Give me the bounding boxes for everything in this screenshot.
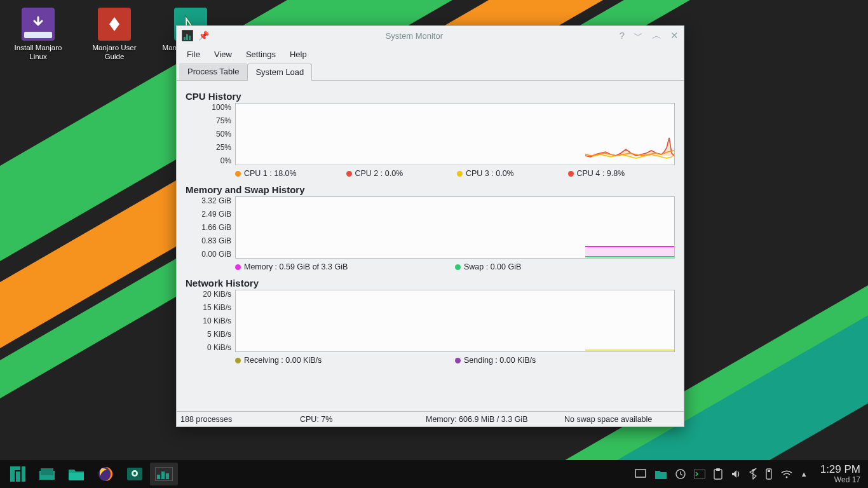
legend-label: Memory : 0.59 GiB of 3.3 GiB — [244, 262, 348, 271]
ytick: 20 KiB/s — [186, 290, 231, 299]
svg-rect-10 — [69, 473, 84, 480]
memory-history-title: Memory and Swap History — [186, 184, 675, 195]
svg-point-14 — [133, 472, 136, 475]
tray-expand-icon[interactable]: ▲ — [801, 470, 808, 478]
svg-point-22 — [785, 477, 787, 478]
network-history-title: Network History — [186, 278, 675, 288]
monitor-icon — [155, 467, 173, 481]
ytick: 100% — [186, 103, 231, 112]
close-icon[interactable]: ✕ — [670, 30, 679, 42]
usb-tray-icon[interactable] — [765, 468, 773, 480]
status-swap: No swap space available — [564, 415, 680, 424]
svg-rect-15 — [635, 470, 646, 477]
volume-tray-icon[interactable] — [731, 469, 741, 479]
legend-label: CPU 2 : 0.0% — [355, 169, 403, 178]
taskbar-clock[interactable]: 1:29 PM Wed 17 — [814, 464, 864, 484]
network-history-chart: 20 KiB/s 15 KiB/s 10 KiB/s 5 KiB/s 0 KiB… — [186, 290, 675, 352]
terminal-tray-icon[interactable] — [694, 470, 705, 478]
dot-icon — [455, 264, 461, 270]
ytick: 1.66 GiB — [186, 223, 231, 232]
bluetooth-tray-icon[interactable] — [749, 468, 757, 480]
ytick: 0.00 GiB — [186, 250, 231, 259]
taskbar: ▲ 1:29 PM Wed 17 — [0, 460, 868, 488]
ytick: 0% — [186, 156, 231, 165]
svg-rect-9 — [41, 468, 53, 475]
menu-view[interactable]: View — [208, 47, 238, 62]
status-processes: 188 processes — [180, 415, 288, 424]
ytick: 5 KiB/s — [186, 330, 231, 339]
app-launcher[interactable] — [4, 463, 32, 485]
dot-icon — [235, 171, 241, 177]
settings-icon — [126, 467, 143, 481]
taskbar-file-manager[interactable] — [62, 463, 90, 485]
desktop-icon-user-guide[interactable]: Manjaro User Guide — [83, 8, 146, 62]
ytick: 50% — [186, 130, 231, 139]
menu-settings[interactable]: Settings — [240, 47, 282, 62]
menu-help[interactable]: Help — [283, 47, 313, 62]
wifi-tray-icon[interactable] — [781, 470, 792, 478]
tabs: Process Table System Load — [177, 63, 684, 81]
legend-label: CPU 3 : 0.0% — [466, 169, 514, 178]
dot-icon — [568, 171, 574, 177]
ytick: 2.49 GiB — [186, 210, 231, 219]
dot-icon — [457, 171, 463, 177]
ytick: 10 KiB/s — [186, 316, 231, 325]
ytick: 0.83 GiB — [186, 236, 231, 245]
minimize-icon[interactable]: ﹀ — [634, 30, 643, 42]
display-tray-icon[interactable] — [635, 468, 646, 480]
update-tray-icon[interactable] — [675, 469, 686, 479]
desktop-icon — [39, 468, 55, 480]
dot-icon — [455, 358, 461, 363]
menubar: File View Settings Help — [177, 45, 684, 63]
statusbar: 188 processes CPU: 7% Memory: 606.9 MiB … — [177, 411, 684, 426]
network-legend: Receiving : 0.00 KiB/s Sending : 0.00 Ki… — [235, 356, 675, 365]
legend-label: CPU 4 : 9.8% — [577, 169, 625, 178]
folder-tray-icon[interactable] — [654, 468, 667, 480]
show-desktop[interactable] — [33, 463, 61, 485]
help-icon[interactable]: ? — [620, 30, 625, 42]
cpu-history-chart: 100% 75% 50% 25% 0% — [186, 103, 675, 165]
svg-rect-6 — [22, 466, 25, 482]
svg-rect-7 — [10, 466, 20, 470]
svg-rect-0 — [585, 247, 674, 257]
svg-rect-17 — [694, 470, 705, 478]
system-load-panel: CPU History 100% 75% 50% 25% 0% CPU 1 : … — [177, 81, 684, 411]
taskbar-settings[interactable] — [121, 463, 149, 485]
system-monitor-window: 📌 System Monitor ? ﹀ ︿ ✕ File View Setti… — [176, 25, 684, 427]
ytick: 3.32 GiB — [186, 196, 231, 205]
pdf-icon — [98, 8, 131, 41]
window-title: System Monitor — [209, 31, 620, 41]
dot-icon — [346, 171, 352, 177]
tab-process-table[interactable]: Process Table — [179, 63, 247, 80]
clock-time: 1:29 PM — [820, 464, 860, 476]
clock-date: Wed 17 — [820, 476, 860, 484]
status-cpu: CPU: 7% — [300, 415, 414, 424]
desktop-icon-install-manjaro[interactable]: Install Manjaro Linux — [6, 8, 70, 62]
memory-history-chart: 3.32 GiB 2.49 GiB 1.66 GiB 0.83 GiB 0.00… — [186, 196, 675, 259]
manjaro-logo-icon — [10, 466, 26, 482]
svg-rect-18 — [714, 470, 722, 479]
menu-file[interactable]: File — [180, 47, 207, 62]
ytick: 15 KiB/s — [186, 303, 231, 312]
ytick: 0 KiB/s — [186, 343, 231, 352]
titlebar[interactable]: 📌 System Monitor ? ﹀ ︿ ✕ — [177, 26, 684, 45]
status-memory: Memory: 606.9 MiB / 3.3 GiB — [426, 415, 553, 424]
memory-legend: Memory : 0.59 GiB of 3.3 GiB Swap : 0.00… — [235, 262, 675, 271]
svg-rect-5 — [16, 471, 20, 482]
maximize-icon[interactable]: ︿ — [652, 30, 661, 42]
clipboard-tray-icon[interactable] — [714, 468, 722, 480]
ytick: 75% — [186, 116, 231, 125]
dot-icon — [235, 358, 241, 363]
svg-rect-21 — [768, 470, 770, 472]
dot-icon — [235, 264, 241, 270]
tab-system-load[interactable]: System Load — [247, 64, 312, 81]
cpu-legend: CPU 1 : 18.0% CPU 2 : 0.0% CPU 3 : 0.0% … — [235, 169, 675, 178]
taskbar-firefox[interactable] — [92, 463, 119, 485]
legend-label: Sending : 0.00 KiB/s — [464, 356, 536, 365]
pin-icon[interactable]: 📌 — [198, 30, 209, 41]
legend-label: CPU 1 : 18.0% — [244, 169, 297, 178]
installer-icon — [22, 8, 55, 41]
desktop-icon-label: Manjaro User Guide — [83, 43, 146, 62]
taskbar-system-monitor[interactable] — [150, 463, 178, 485]
app-icon — [182, 30, 193, 41]
